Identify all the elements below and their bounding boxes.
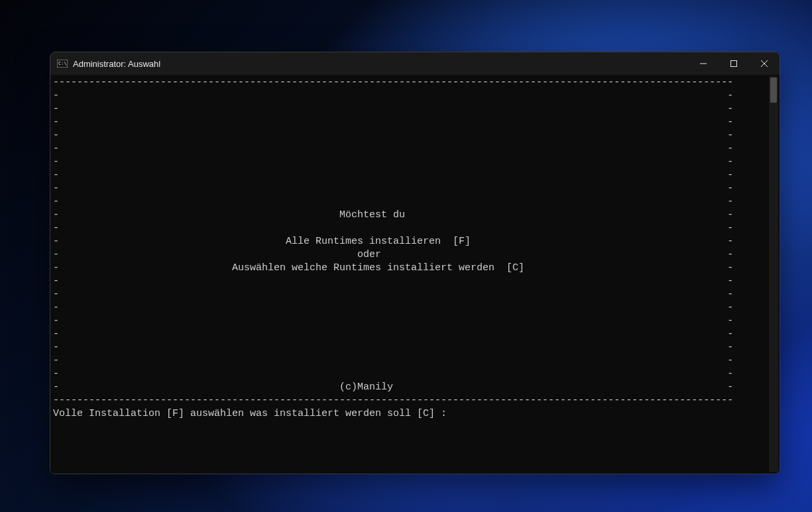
prompt-line[interactable]: Volle Installation [F] auswählen was ins… [53, 408, 447, 419]
credit-line: - (c)Manily - [53, 382, 733, 393]
box-side: - - [53, 90, 733, 101]
box-top: ----------------------------------------… [53, 77, 733, 88]
svg-text:C:\: C:\ [58, 61, 67, 66]
box-side: - - [53, 223, 733, 234]
close-button[interactable] [749, 52, 780, 75]
box-side: - - [53, 315, 733, 327]
box-side: - - [53, 170, 733, 181]
box-side: - - [53, 302, 733, 313]
scrollbar-thumb[interactable] [770, 77, 777, 103]
minimize-button[interactable] [688, 52, 719, 75]
console-output: ----------------------------------------… [50, 76, 766, 421]
console-client-area[interactable]: ----------------------------------------… [50, 75, 780, 474]
box-side: - - [53, 355, 733, 366]
cmd-icon: C:\ [57, 59, 68, 68]
box-side: - - [53, 156, 733, 168]
desktop-wallpaper: C:\ Administrator: Auswahl [0, 0, 812, 512]
box-side: - - [53, 342, 733, 353]
box-side: - - [53, 289, 733, 300]
box-side: - - [53, 130, 733, 141]
svg-rect-3 [731, 61, 737, 67]
box-side: - - [53, 183, 733, 194]
box-side: - - [53, 143, 733, 154]
box-side: - - [53, 276, 733, 287]
window-title: Administrator: Auswahl [73, 59, 160, 69]
menu-option-all-line: - Alle Runtimes installieren [F] - [53, 236, 733, 247]
box-bottom: ----------------------------------------… [53, 395, 733, 406]
box-side: - - [53, 117, 733, 128]
titlebar[interactable]: C:\ Administrator: Auswahl [50, 52, 780, 75]
maximize-button[interactable] [719, 52, 749, 75]
box-side: - - [53, 103, 733, 115]
console-window: C:\ Administrator: Auswahl [50, 52, 780, 474]
menu-or-line: - oder - [53, 249, 733, 260]
menu-option-choose-line: - Auswählen welche Runtimes installiert … [53, 262, 733, 274]
box-side: - - [53, 368, 733, 380]
vertical-scrollbar[interactable] [769, 76, 778, 472]
menu-title-line: - Möchtest du - [53, 209, 733, 221]
box-side: - - [53, 196, 733, 207]
box-side: - - [53, 329, 733, 340]
